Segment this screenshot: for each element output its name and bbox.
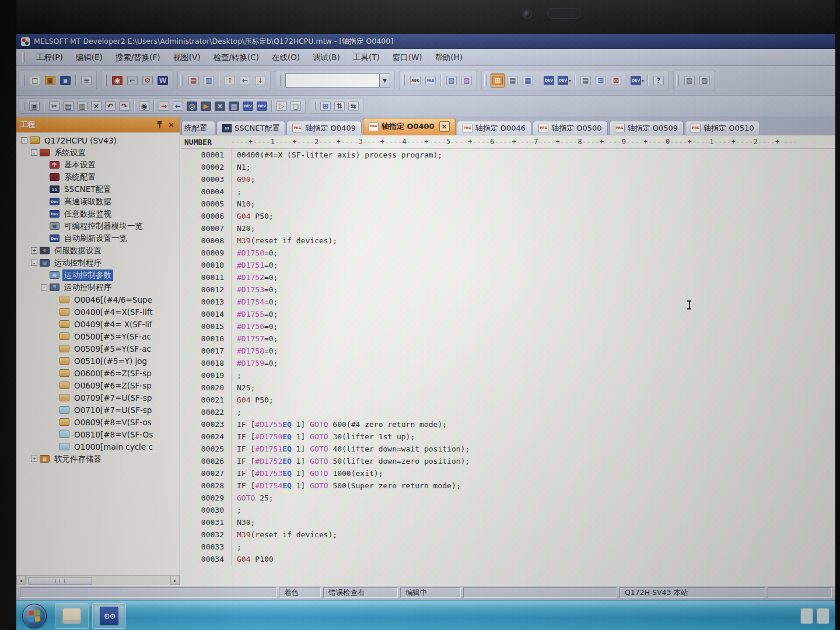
cut-icon[interactable]: ✂ xyxy=(48,100,61,112)
tree-item-o1000maincyclec[interactable]: +O1000[main cycle c xyxy=(16,440,180,453)
code-line-00027[interactable]: 00027IF [#D1753 EQ 1] GOTO 1000(exit); xyxy=(181,467,835,480)
tree-item-10[interactable]: -▤运动控制程序 xyxy=(16,257,180,269)
code-line-00015[interactable]: 00015#D1756=0; xyxy=(181,320,835,332)
code-line-00014[interactable]: 00014#D1755=0; xyxy=(181,308,835,320)
code-line-00012[interactable]: 00012#D1753=0; xyxy=(181,284,835,296)
tree-item-6[interactable]: +Dev任意数据监视 xyxy=(16,208,180,220)
tree-horizontal-scrollbar[interactable]: ◂ ▸ xyxy=(16,575,180,585)
tree-item-o06006zsfsp[interactable]: +O0600[#6=Z(SF-sp xyxy=(16,367,180,379)
menu-item-8[interactable]: 窗口(W) xyxy=(386,51,429,64)
code-line-00024[interactable]: 00024IF [#D1750 EQ 1] GOTO 30(lifter 1st… xyxy=(181,430,835,443)
toolbar-grip[interactable] xyxy=(22,75,24,86)
project-check-icon[interactable]: ▤ xyxy=(187,74,201,88)
screen-copy-icon[interactable]: ▢ xyxy=(289,100,302,112)
code-line-00007[interactable]: 00007N20; xyxy=(181,222,835,235)
tab-o0046[interactable]: PRG轴指定 O0046 xyxy=(457,121,531,135)
taskbar-mtdeveloper-button[interactable]: ⚙⚙ xyxy=(92,603,126,629)
code-line-00033[interactable]: 00033; xyxy=(181,541,835,553)
menu-item-9[interactable]: 帮助(H) xyxy=(429,51,470,64)
toolbar-grip[interactable] xyxy=(180,75,183,86)
toolbar-grip[interactable] xyxy=(313,102,316,110)
tree-item-2[interactable]: +中基本设置 xyxy=(16,159,180,171)
code-line-00030[interactable]: 00030; xyxy=(181,504,835,516)
watch-list-icon[interactable]: ▤ xyxy=(579,74,593,88)
collapse-icon[interactable]: - xyxy=(21,137,27,144)
find-updown-icon[interactable]: ⇅ xyxy=(333,100,346,112)
monitor-start-icon[interactable]: ▶ xyxy=(200,100,212,112)
project-compare-icon[interactable]: ▥ xyxy=(202,74,216,88)
device-test-icon[interactable]: DEV▾ xyxy=(630,74,645,88)
toolbar-grip[interactable] xyxy=(278,75,281,86)
tab-o0510[interactable]: PRG轴指定 O0510 xyxy=(685,121,760,135)
scroll-right-arrow-icon[interactable]: ▸ xyxy=(170,576,180,585)
new-project-icon[interactable]: □ xyxy=(28,74,42,88)
taskbar-explorer-button[interactable] xyxy=(55,603,89,629)
menubar-grip[interactable] xyxy=(22,52,25,62)
toolbar-grip[interactable] xyxy=(484,75,487,86)
code-line-00032[interactable]: 00032M39(reset if devices); xyxy=(181,528,835,541)
tab-o0509[interactable]: PRG轴指定 O0509 xyxy=(609,121,684,135)
tree-item-o06096zsfsp[interactable]: +O0609[#6=Z(SF-sp xyxy=(16,379,180,391)
paste-icon[interactable]: ▥ xyxy=(76,100,89,112)
tree-item-o04004xsflift[interactable]: +O0400[#4=X(SF-lift xyxy=(16,306,180,318)
tree-item-3[interactable]: +系统配置 xyxy=(16,171,180,183)
start-button[interactable] xyxy=(22,604,47,628)
tree-item-8[interactable]: +Dev自动刷新设置一览 xyxy=(16,232,180,244)
table-insert-icon[interactable]: ⊞ xyxy=(594,74,608,88)
scrollbar-thumb[interactable] xyxy=(28,577,92,585)
tree-item-9[interactable]: +⚙伺服数据设置 xyxy=(16,244,180,257)
code-line-00008[interactable]: 00008M39(reset if devices); xyxy=(181,235,835,247)
table-view-icon[interactable]: ▦ xyxy=(521,74,535,88)
code-line-00004[interactable]: 00004; xyxy=(181,186,835,198)
find-goto-icon[interactable]: ⇆ xyxy=(347,100,360,112)
tab-o0400[interactable]: PRG轴指定 O0400× xyxy=(363,118,456,135)
gear-settings-icon[interactable]: ⚙ xyxy=(141,74,155,88)
tree-item-o04094xsflif[interactable]: +O0409[#4= X(SF-lif xyxy=(16,318,180,330)
output-window-icon[interactable]: ▤ xyxy=(506,74,520,88)
code-line-00021[interactable]: 00021G04 P50; xyxy=(181,394,835,406)
code-line-00026[interactable]: 00026IF [#D1752 EQ 1] GOTO 50(lifter dow… xyxy=(181,455,835,467)
code-line-00020[interactable]: 00020N25; xyxy=(181,382,835,394)
delete-icon[interactable]: × xyxy=(90,100,103,112)
doc-preview-icon[interactable]: ▨ xyxy=(698,74,712,88)
toolbar-grip[interactable] xyxy=(22,102,24,110)
help-icon[interactable]: ? xyxy=(652,74,666,88)
tree-item-26[interactable]: +▦软元件存储器 xyxy=(16,453,180,465)
code-line-00009[interactable]: 00009#D1750=0; xyxy=(181,247,835,259)
code-line-00028[interactable]: 00028IF [#D1754 EQ 1] GOTO 500(Super zer… xyxy=(181,480,835,492)
device-batch-monitor-icon[interactable]: DEV▾ xyxy=(557,74,572,88)
menu-item-3[interactable]: 视图(V) xyxy=(167,51,207,64)
code-line-00002[interactable]: 00002N1; xyxy=(181,161,835,173)
code-line-00034[interactable]: 00034G04 P100 xyxy=(181,553,835,565)
print-icon[interactable]: ≡ xyxy=(79,74,93,88)
find-device-icon[interactable]: ◉ xyxy=(110,74,124,88)
device-monitor-icon[interactable]: DEV xyxy=(542,74,556,88)
abc-check-icon[interactable]: ABC xyxy=(408,74,422,88)
collapse-icon[interactable]: - xyxy=(41,284,47,290)
redo-icon[interactable]: ↷ xyxy=(118,100,131,112)
tree-item-o05105yjog[interactable]: +O0510[(#5=Y) jog xyxy=(16,355,180,367)
tab-sscnet-config[interactable]: ssSSCNET配置 xyxy=(216,121,285,135)
jump-forward-icon[interactable]: → xyxy=(158,100,170,112)
tree-item-o07097usfsp[interactable]: +O0709[#7=U(SF-sp xyxy=(16,391,180,404)
menu-item-5[interactable]: 在线(O) xyxy=(265,51,306,64)
scroll-left-arrow-icon[interactable]: ◂ xyxy=(16,576,26,585)
menu-item-2[interactable]: 搜索/替换(F) xyxy=(109,51,167,64)
tree-item-o05095ysfac[interactable]: +O0509[#5=Y(SF-ac xyxy=(16,342,180,355)
project-tree-toggle-icon[interactable]: ⊞ xyxy=(491,74,505,88)
code-line-00017[interactable]: 00017#D1758=0; xyxy=(181,345,835,357)
tree-item-5[interactable]: +Dev高速读取数据 xyxy=(16,195,180,208)
tab-o0409[interactable]: PRG轴指定 O0409 xyxy=(286,121,361,135)
table-delete-icon[interactable]: ⊠ xyxy=(609,74,623,88)
monitor-setup-icon[interactable]: ▦ xyxy=(228,100,240,112)
copy-icon[interactable]: ▤ xyxy=(62,100,75,112)
tray-icon-2[interactable] xyxy=(817,608,830,624)
code-line-00016[interactable]: 00016#D1757=0; xyxy=(181,332,835,345)
code-line-00010[interactable]: 00010#D1751=0; xyxy=(181,259,835,271)
code-line-00029[interactable]: 00029GOTO 25; xyxy=(181,492,835,504)
fab-check-icon[interactable]: FAB xyxy=(424,74,438,88)
code-line-00023[interactable]: 00023IF [#D1755 EQ 1] GOTO 600(#4 zero r… xyxy=(181,418,835,430)
monitor-find-icon[interactable]: ◎ xyxy=(186,100,198,112)
project-copy-icon[interactable]: ▣ xyxy=(28,100,41,112)
write-to-controller-icon[interactable]: ↑ xyxy=(223,74,237,88)
